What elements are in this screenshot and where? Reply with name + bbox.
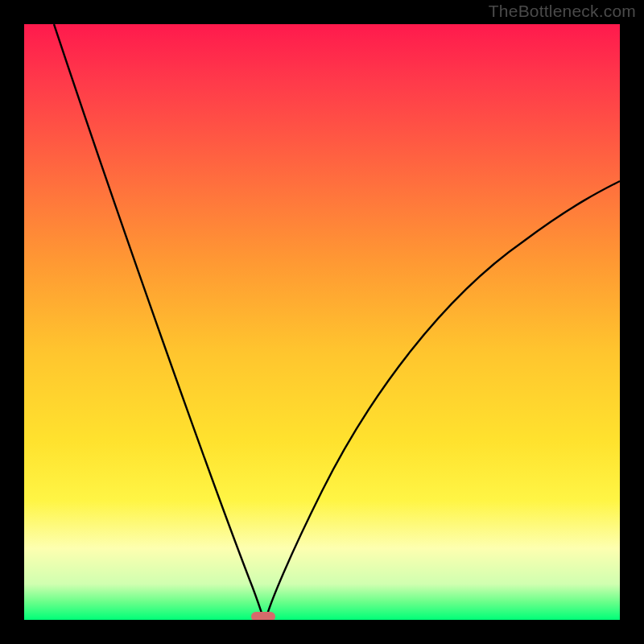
watermark-text: TheBottleneck.com <box>489 2 636 21</box>
chart-frame: TheBottleneck.com <box>0 0 644 644</box>
bottleneck-curve-left <box>54 24 264 620</box>
curve-layer <box>24 24 620 620</box>
optimal-marker <box>251 612 275 620</box>
bottleneck-curve-right <box>266 181 620 620</box>
plot-area <box>24 24 620 620</box>
